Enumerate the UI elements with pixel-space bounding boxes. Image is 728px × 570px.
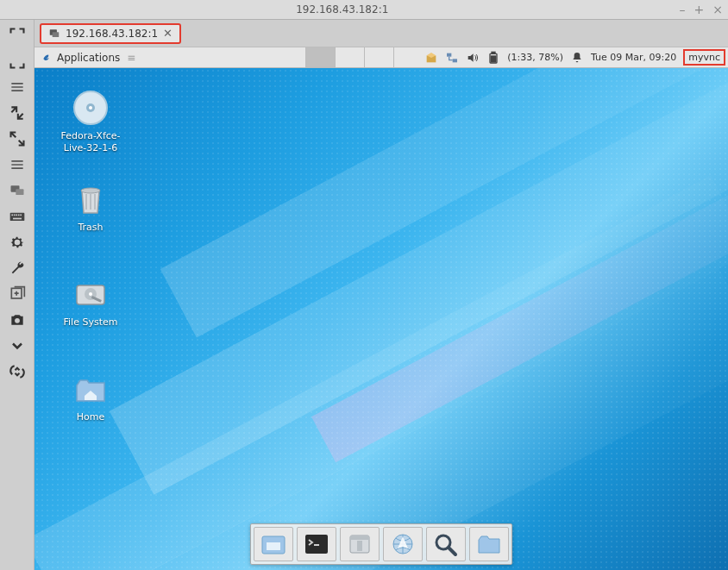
svg-point-22 [89, 106, 92, 110]
svg-rect-4 [13, 215, 15, 216]
chevron-down-icon[interactable] [3, 334, 31, 358]
svg-point-10 [15, 318, 20, 323]
file-manager-launcher[interactable] [254, 527, 293, 561]
wrench-icon[interactable] [3, 256, 31, 280]
svg-point-26 [89, 292, 92, 296]
window-title: 192.168.43.182:1 [5, 3, 680, 16]
svg-rect-15 [453, 59, 457, 62]
tab-close-icon[interactable]: ✕ [163, 27, 173, 40]
svg-rect-33 [357, 541, 362, 551]
panel-tray: (1:33, 78%) Tue 09 Mar, 09:20 myvnc [423, 47, 728, 67]
hard-drive-icon [72, 275, 110, 313]
svg-rect-32 [350, 536, 369, 540]
vnc-session-icon [48, 28, 60, 40]
battery-status: (1:33, 78%) [507, 52, 563, 63]
task-slot[interactable] [393, 47, 423, 67]
tab-strip: 192.168.43.182:1 ✕ [35, 20, 728, 47]
svg-rect-7 [20, 215, 22, 216]
desktop-icon-label: Fedora-Xfce-Live-32-1-6 [52, 130, 129, 154]
trash-can-icon [72, 180, 110, 218]
taskbar-slots [305, 47, 423, 67]
keyboard-icon[interactable] [3, 204, 31, 229]
new-connection-icon[interactable] [3, 282, 31, 306]
home-icon [72, 370, 110, 408]
task-slot[interactable] [305, 47, 335, 67]
menu-lines-icon[interactable] [3, 75, 31, 99]
desktop-icon-label: Home [77, 411, 104, 423]
panel-menu-icon[interactable]: ≡ [127, 52, 135, 64]
connection-tab[interactable]: 192.168.43.182:1 ✕ [40, 23, 181, 44]
multi-monitor-icon[interactable] [3, 179, 31, 203]
svg-rect-8 [13, 218, 22, 220]
trash-icon[interactable]: Trash [52, 180, 129, 234]
desktop-icon-label: Trash [78, 222, 103, 234]
xfce-desktop[interactable]: Fedora-Xfce-Live-32-1-6 Trash File Syste… [35, 68, 728, 570]
titlebar: 192.168.43.182:1 – + × [0, 0, 728, 20]
datetime[interactable]: Tue 09 Mar, 09:20 [591, 52, 676, 63]
terminal-launcher[interactable] [297, 527, 336, 561]
xfce-top-panel: Applications ≡ [35, 47, 728, 68]
gear-icon[interactable] [3, 230, 31, 254]
svg-rect-14 [447, 53, 451, 56]
notification-bell-icon[interactable] [570, 51, 584, 65]
svg-point-23 [81, 188, 100, 193]
task-slot[interactable] [335, 47, 364, 67]
camera-icon[interactable] [3, 308, 31, 332]
minimize-button[interactable]: – [680, 3, 686, 16]
disc-icon [72, 89, 110, 127]
applications-menu[interactable]: Applications ≡ [36, 47, 141, 67]
main-area: 192.168.43.182:1 ✕ Applications ≡ [35, 20, 728, 570]
menu-lines2-icon[interactable] [3, 153, 31, 177]
desktop-icon-label: File System [64, 316, 118, 329]
xfce-logo-icon [41, 52, 53, 64]
scale-window-icon[interactable] [3, 101, 31, 125]
window-controls: – + × [680, 3, 723, 16]
applications-label: Applications [57, 52, 120, 64]
battery-icon[interactable] [486, 51, 500, 65]
svg-rect-29 [267, 542, 280, 550]
close-button[interactable]: × [712, 3, 723, 16]
body-row: 192.168.43.182:1 ✕ Applications ≡ [0, 20, 728, 570]
task-slot[interactable] [364, 47, 393, 67]
svg-rect-5 [16, 215, 17, 216]
browser-launcher[interactable] [383, 527, 423, 561]
svg-rect-18 [492, 56, 496, 62]
svg-rect-1 [16, 189, 23, 195]
svg-rect-3 [11, 215, 13, 216]
fullscreen-exit-icon[interactable] [3, 49, 31, 73]
filesystem-icon[interactable]: File System [52, 275, 129, 329]
xfce-dock [250, 523, 512, 565]
disconnect-icon[interactable] [3, 360, 31, 384]
fullscreen-enter-icon[interactable] [3, 23, 31, 47]
maximize-button[interactable]: + [694, 3, 705, 16]
network-icon[interactable] [445, 51, 459, 65]
search-launcher[interactable] [426, 527, 466, 561]
svg-rect-6 [17, 215, 19, 216]
home-folder-icon[interactable]: Home [52, 370, 129, 423]
fedora-live-icon[interactable]: Fedora-Xfce-Live-32-1-6 [52, 89, 129, 154]
viewer-toolbar [0, 20, 35, 570]
svg-rect-2 [9, 213, 24, 221]
svg-rect-17 [492, 52, 495, 53]
vnc-viewer-window: 192.168.43.182:1 – + × [0, 0, 728, 570]
volume-icon[interactable] [466, 51, 480, 65]
user-menu[interactable]: myvnc [683, 49, 725, 66]
svg-rect-12 [53, 32, 60, 37]
archive-launcher[interactable] [340, 527, 380, 561]
folder-launcher[interactable] [469, 527, 509, 561]
package-update-icon[interactable] [424, 51, 438, 65]
scaled-fit-icon[interactable] [3, 127, 31, 151]
tab-label: 192.168.43.182:1 [66, 28, 158, 40]
